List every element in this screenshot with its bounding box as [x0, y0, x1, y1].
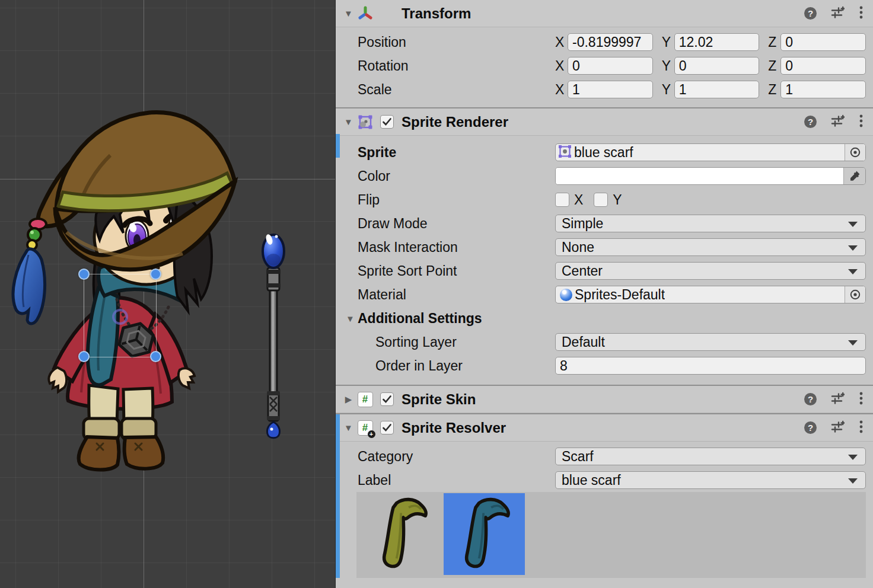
sprite-renderer-icon: [357, 114, 373, 130]
component-title: Sprite Renderer: [402, 114, 508, 130]
sprite-label: Sprite: [336, 145, 555, 161]
rotation-y-input[interactable]: [674, 57, 760, 75]
color-swatch[interactable]: [556, 168, 843, 184]
kebab-menu-icon[interactable]: [859, 114, 864, 130]
position-label: Position: [336, 34, 555, 50]
help-icon[interactable]: ?: [804, 393, 817, 405]
sprite-renderer-component: ▼ Sprite Renderer ?: [336, 108, 873, 385]
sprite-skin-component: ▶ # Sprite Skin ?: [336, 386, 873, 413]
kebab-menu-icon[interactable]: [859, 420, 864, 436]
flip-x-label: X: [574, 192, 583, 208]
sorting-layer-dropdown[interactable]: Default: [555, 333, 866, 351]
label-label: Label: [336, 472, 555, 488]
script-plus-icon: #+: [357, 420, 373, 436]
selection-handle-top-left[interactable]: [78, 269, 90, 280]
label-dropdown[interactable]: blue scarf: [555, 471, 866, 489]
kebab-menu-icon[interactable]: [859, 5, 864, 22]
transform-icon: [357, 5, 373, 21]
sprite-variant-blue-scarf[interactable]: [444, 493, 525, 575]
category-dropdown[interactable]: Scarf: [555, 448, 866, 465]
scale-z-input[interactable]: [780, 81, 866, 98]
material-sphere-icon: [560, 289, 572, 301]
help-icon[interactable]: ?: [804, 421, 817, 434]
component-enabled-checkbox[interactable]: [380, 392, 394, 406]
axis-x-label: X: [555, 34, 568, 50]
order-in-layer-input[interactable]: [555, 357, 866, 375]
color-field[interactable]: [555, 167, 866, 185]
scene-view[interactable]: [0, 0, 335, 588]
object-picker-icon[interactable]: [845, 144, 865, 161]
draw-mode-dropdown[interactable]: Simple: [555, 215, 866, 232]
eyedropper-icon[interactable]: [843, 168, 865, 184]
kebab-menu-icon[interactable]: [859, 391, 864, 408]
scale-x-input[interactable]: [568, 81, 653, 98]
flip-label: Flip: [336, 192, 555, 208]
sprite-sort-point-dropdown[interactable]: Center: [555, 262, 866, 280]
help-icon[interactable]: ?: [804, 116, 817, 128]
axis-z-label: Z: [768, 58, 780, 74]
help-icon[interactable]: ?: [804, 7, 817, 20]
transform-component: ▼ Transform ?: [336, 0, 873, 107]
mask-interaction-row: Mask Interaction None: [336, 235, 873, 259]
sprite-resolver-header[interactable]: ▼ #+ Sprite Resolver ?: [336, 414, 873, 442]
presets-icon[interactable]: [831, 5, 845, 21]
sprite-sort-point-row: Sprite Sort Point Center: [336, 259, 873, 283]
flip-row: Flip X Y: [336, 188, 873, 212]
rotation-x-input[interactable]: [568, 57, 653, 75]
foldout-expanded-icon[interactable]: ▼: [342, 423, 355, 433]
scale-label: Scale: [336, 82, 555, 98]
sprite-object-name: blue scarf: [574, 145, 633, 161]
foldout-collapsed-icon[interactable]: ▶: [342, 394, 355, 405]
order-in-layer-label: Order in Layer: [336, 358, 555, 374]
presets-icon[interactable]: [831, 114, 845, 130]
foldout-expanded-icon[interactable]: ▼: [342, 8, 355, 18]
sprite-thumbnail-icon: [558, 145, 572, 161]
sprite-skin-header[interactable]: ▶ # Sprite Skin ?: [336, 386, 873, 413]
sprite-sort-point-label: Sprite Sort Point: [336, 263, 555, 279]
material-object-name: Sprites-Default: [575, 287, 665, 303]
rotation-z-input[interactable]: [780, 57, 866, 75]
mask-interaction-dropdown[interactable]: None: [555, 238, 866, 256]
sprite-renderer-header[interactable]: ▼ Sprite Renderer ?: [336, 108, 873, 136]
additional-settings-row[interactable]: ▼ Additional Settings: [336, 306, 873, 330]
flip-x-checkbox[interactable]: [555, 193, 569, 207]
flip-y-checkbox[interactable]: [594, 193, 608, 207]
foldout-expanded-icon[interactable]: ▼: [342, 117, 355, 127]
category-row: Category Scarf: [336, 445, 873, 468]
selection-handle-top-right[interactable]: [150, 269, 161, 280]
flip-y-label: Y: [613, 192, 622, 208]
additional-settings-label: Additional Settings: [358, 311, 482, 327]
sprite-object-field[interactable]: blue scarf: [555, 143, 866, 161]
selection-handle-bottom-left[interactable]: [78, 351, 90, 362]
transform-header[interactable]: ▼ Transform ?: [336, 0, 873, 27]
component-title: Transform: [402, 5, 471, 22]
foldout-expanded-icon[interactable]: ▼: [344, 314, 356, 324]
sprite-variant-strip: [356, 492, 866, 578]
component-enabled-checkbox[interactable]: [380, 115, 394, 129]
component-title: Sprite Skin: [402, 391, 476, 408]
selection-handle-bottom-right[interactable]: [150, 351, 161, 362]
rotation-row: Rotation X Y Z: [336, 54, 873, 78]
script-icon: #: [357, 391, 373, 407]
sprite-pivot-gizmo[interactable]: [112, 309, 128, 325]
presets-icon[interactable]: [831, 420, 845, 436]
object-picker-icon[interactable]: [845, 286, 865, 303]
sorting-layer-row: Sorting Layer Default: [336, 330, 873, 354]
axis-y-label: Y: [662, 34, 674, 50]
staff-sprite: [263, 234, 284, 438]
order-in-layer-row: Order in Layer: [336, 354, 873, 378]
presets-icon[interactable]: [831, 391, 845, 407]
position-y-input[interactable]: [674, 33, 760, 51]
component-enabled-checkbox[interactable]: [380, 421, 394, 434]
position-z-input[interactable]: [780, 33, 866, 51]
sorting-layer-label: Sorting Layer: [336, 334, 555, 350]
sprite-resolver-component: ▼ #+ Sprite Resolver ? Category Scar: [336, 414, 873, 588]
scale-row: Scale X Y Z: [336, 78, 873, 101]
prefab-override-indicator: [336, 134, 340, 158]
material-object-field[interactable]: Sprites-Default: [555, 286, 866, 303]
scale-y-input[interactable]: [674, 81, 760, 98]
sprite-variant-green-scarf[interactable]: [366, 493, 438, 575]
position-x-input[interactable]: [568, 33, 653, 51]
label-row: Label blue scarf: [336, 468, 873, 492]
inspector-panel: ▼ Transform ?: [335, 0, 873, 588]
